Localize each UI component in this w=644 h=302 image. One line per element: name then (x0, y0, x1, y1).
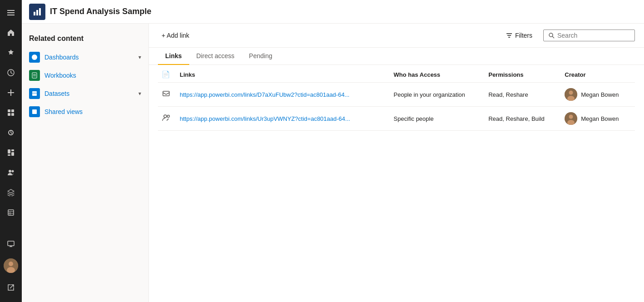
tab-links[interactable]: Links (158, 48, 189, 65)
svg-point-43 (167, 115, 170, 118)
svg-rect-16 (8, 210, 14, 215)
links-table: 📄 Links Who has Access Permissions Creat… (158, 65, 635, 131)
svg-line-37 (552, 36, 554, 38)
search-box[interactable] (543, 30, 635, 41)
nav-rail (0, 0, 22, 302)
svg-point-42 (164, 115, 167, 118)
row1-icon-cell (158, 83, 176, 107)
svg-rect-20 (8, 241, 14, 246)
sidebar-workbooks-label: Workbooks (44, 72, 141, 79)
table-area: 📄 Links Who has Access Permissions Creat… (149, 65, 644, 302)
svg-rect-8 (8, 113, 10, 116)
avatar-image (4, 258, 18, 273)
sidebar: Related content Dashboards ▾ Workbooks (22, 24, 149, 302)
svg-rect-5 (8, 92, 14, 93)
svg-point-14 (9, 170, 11, 173)
create-icon[interactable] (2, 84, 20, 102)
dashboards-chevron-icon: ▾ (138, 54, 141, 60)
row2-creator-name: Megan Bowen (581, 115, 619, 122)
org-link-icon (162, 89, 171, 98)
content-panel: + Add link Filters Links Direct ac (149, 24, 644, 302)
people-link-icon (162, 113, 171, 122)
svg-point-36 (549, 33, 553, 37)
tabs-bar: Links Direct access Pending (149, 48, 644, 65)
sidebar-item-workbooks[interactable]: Workbooks (22, 66, 148, 84)
filters-label: Filters (515, 32, 532, 39)
col-access-header: Who has Access (390, 65, 485, 83)
link-file-icon: 📄 (162, 70, 170, 78)
external-link-icon[interactable] (2, 278, 20, 297)
table-row: https://app.powerbi.com/links/D7aXuFUbw2… (158, 83, 635, 107)
page-title: IT Spend Analysis Sample (50, 7, 151, 16)
filters-button[interactable]: Filters (502, 29, 536, 42)
learn-icon[interactable] (2, 183, 20, 202)
sidebar-item-shared-views[interactable]: Shared views (22, 103, 148, 121)
header-bar: IT Spend Analysis Sample (22, 0, 644, 24)
add-link-label: + Add link (162, 32, 189, 39)
table-header-row: 📄 Links Who has Access Permissions Creat… (158, 65, 635, 83)
search-icon (548, 32, 555, 39)
col-permissions-header: Permissions (485, 65, 561, 83)
table-row: https://app.powerbi.com/links/Ur3upVWNYZ… (158, 107, 635, 131)
row1-url-cell: https://app.powerbi.com/links/D7aXuFUbw2… (176, 83, 390, 107)
workbooks-icon (29, 70, 40, 81)
app-logo (29, 4, 45, 20)
filter-icon (506, 32, 512, 39)
svg-rect-27 (36, 10, 38, 15)
sidebar-datasets-label: Datasets (44, 90, 134, 97)
svg-rect-9 (11, 113, 14, 116)
svg-rect-28 (39, 8, 41, 15)
svg-point-40 (569, 91, 573, 95)
add-link-button[interactable]: + Add link (158, 29, 193, 42)
row2-icon-cell (158, 107, 176, 131)
row2-access-cell: Specific people (390, 107, 485, 131)
menu-icon[interactable] (2, 4, 20, 22)
row1-permissions-cell: Read, Reshare (485, 83, 561, 107)
svg-rect-26 (34, 12, 35, 15)
user-avatar-nav[interactable] (2, 257, 20, 275)
row1-url[interactable]: https://app.powerbi.com/links/D7aXuFUbw2… (180, 91, 349, 98)
sidebar-item-dashboards[interactable]: Dashboards ▾ (22, 48, 148, 66)
dashboards-icon (29, 52, 40, 63)
svg-rect-2 (7, 15, 15, 15)
svg-rect-33 (32, 91, 37, 96)
favorites-icon[interactable] (2, 44, 20, 62)
apps-icon[interactable] (2, 104, 20, 122)
tab-direct-access[interactable]: Direct access (189, 48, 242, 65)
svg-rect-11 (11, 149, 14, 151)
col-links-header: Links (176, 65, 390, 83)
recent-icon[interactable] (2, 64, 20, 82)
home-icon[interactable] (2, 24, 20, 42)
sidebar-dashboards-label: Dashboards (44, 54, 134, 61)
dashboards-nav-icon[interactable] (2, 144, 20, 162)
svg-rect-12 (11, 152, 14, 156)
sidebar-shared-views-label: Shared views (44, 108, 141, 115)
datasets-icon (29, 88, 40, 99)
body-layout: Related content Dashboards ▾ Workbooks (22, 24, 644, 302)
people-icon[interactable] (2, 163, 20, 182)
sidebar-item-datasets[interactable]: Datasets ▾ (22, 84, 148, 103)
col-icon-header: 📄 (158, 65, 176, 83)
metrics-icon[interactable] (2, 124, 20, 142)
tab-pending[interactable]: Pending (242, 48, 280, 65)
catalog-icon[interactable] (2, 203, 20, 222)
screen-icon[interactable] (2, 235, 20, 253)
svg-rect-0 (7, 10, 15, 11)
svg-rect-30 (32, 73, 37, 78)
svg-point-29 (32, 54, 37, 60)
datasets-chevron-icon: ▾ (138, 90, 141, 97)
row2-creator-cell: Megan Bowen (561, 107, 635, 131)
row1-creator: Megan Bowen (565, 88, 631, 101)
row2-url[interactable]: https://app.powerbi.com/links/Ur3upVWNYZ… (180, 115, 350, 122)
svg-point-15 (12, 170, 14, 173)
row1-access-cell: People in your organization (390, 83, 485, 107)
svg-point-45 (569, 115, 573, 119)
search-input[interactable] (557, 32, 630, 39)
row1-creator-avatar (565, 88, 577, 101)
row2-permissions-cell: Read, Reshare, Build (485, 107, 561, 131)
main-wrapper: IT Spend Analysis Sample Related content… (22, 0, 644, 302)
svg-rect-35 (32, 109, 37, 114)
svg-rect-1 (7, 12, 15, 13)
row2-creator: Megan Bowen (565, 112, 631, 125)
row2-creator-avatar (565, 112, 577, 125)
